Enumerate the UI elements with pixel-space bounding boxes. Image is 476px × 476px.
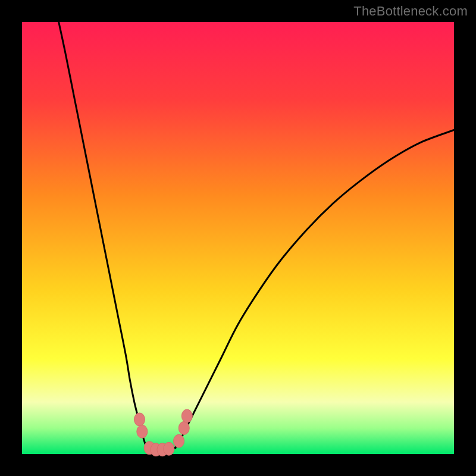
curve-marker <box>164 442 174 455</box>
curve-marker <box>181 409 192 422</box>
curve-marker <box>137 425 148 438</box>
bottleneck-curve <box>59 22 454 450</box>
curve-marker <box>174 434 184 447</box>
curve-marker <box>134 413 145 426</box>
curve-marker <box>178 421 189 434</box>
chart-svg <box>0 0 476 476</box>
outer-frame: TheBottleneck.com <box>0 0 476 476</box>
marker-group <box>134 409 192 456</box>
